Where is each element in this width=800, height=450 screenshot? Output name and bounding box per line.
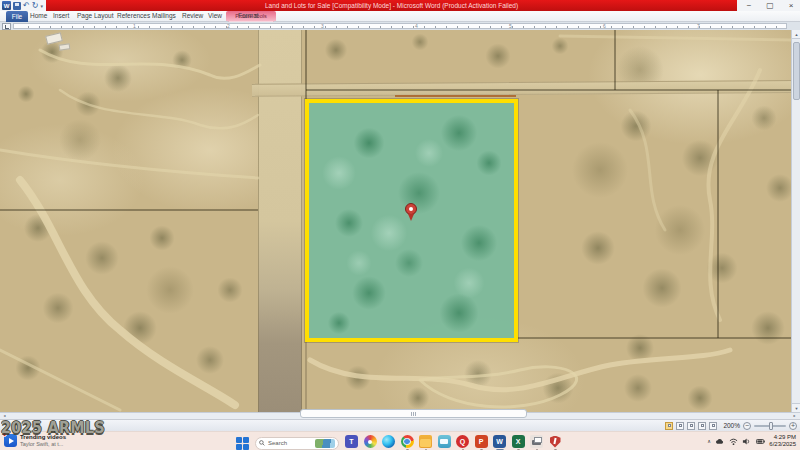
volume-icon[interactable] [742, 437, 751, 446]
window-title-strip: Land and Lots for Sale [Compatibility Mo… [46, 0, 737, 11]
windows-taskbar: Trending videos Taylor Swift, at t... Se… [0, 431, 800, 450]
clock-time: 4:29 PM [769, 434, 796, 441]
taskbar-item-excel[interactable]: X [512, 435, 525, 450]
word-logo-icon[interactable]: W [2, 1, 11, 10]
taskbar-item-quicken[interactable]: Q [456, 435, 469, 450]
ribbon-tab-row: Picture Tools File Home Insert Page Layo… [0, 11, 800, 22]
search-box[interactable]: Search [255, 437, 339, 450]
excel-icon: X [512, 435, 525, 448]
q-app-icon: Q [456, 435, 469, 448]
taskbar-item-teams[interactable]: T [345, 435, 358, 450]
taskbar-item-word[interactable]: W [493, 435, 506, 450]
vertical-scrollbar[interactable]: ▲ ▼ [791, 30, 800, 412]
taskbar-item-powerpoint[interactable]: P [475, 435, 488, 450]
web-layout-view-button[interactable] [687, 422, 695, 430]
search-highlight-image [315, 439, 335, 448]
scroll-down-icon[interactable]: ▼ [792, 403, 800, 412]
location-pin-icon [405, 203, 417, 215]
search-placeholder: Search [268, 440, 312, 446]
ruler-number: 5 [509, 23, 512, 29]
ruler-number: 3 [321, 23, 324, 29]
title-bar[interactable]: W ↶ ↻ ▾ Land and Lots for Sale [Compatib… [0, 0, 800, 11]
taskbar-item-printer[interactable] [530, 435, 543, 450]
tab-page-layout[interactable]: Page Layout [77, 12, 114, 19]
close-button[interactable]: × [785, 1, 797, 10]
clock-date: 6/23/2025 [769, 441, 796, 448]
taskbar-item-edge[interactable] [382, 435, 395, 450]
scroll-up-icon[interactable]: ▲ [792, 30, 800, 39]
onedrive-cloud-icon[interactable] [715, 437, 724, 446]
wifi-icon[interactable] [729, 437, 738, 446]
pinned-apps: T Q P W X [345, 435, 562, 450]
folder-icon [419, 435, 432, 448]
ruler-row: 1 2 3 4 5 6 7 [0, 22, 800, 30]
tab-format[interactable]: Format [238, 12, 259, 19]
fullscreen-view-button[interactable] [676, 422, 684, 430]
search-icon [259, 440, 265, 446]
horizontal-ruler[interactable] [13, 23, 787, 29]
word-icon: W [493, 435, 506, 448]
save-icon[interactable] [13, 2, 21, 10]
ruler-number: 7 [697, 23, 700, 29]
printer-icon [530, 435, 543, 448]
redo-icon[interactable]: ↻ [32, 2, 39, 10]
document-area: ▲ ▼ [0, 30, 800, 412]
minimize-button[interactable]: − [743, 1, 755, 10]
taskbar-item-chrome[interactable] [401, 435, 414, 450]
ruler-number: 1 [133, 23, 136, 29]
taskbar-item-mail[interactable] [438, 435, 451, 450]
zoom-slider-thumb[interactable] [769, 422, 773, 430]
tab-home[interactable]: Home [30, 12, 47, 19]
system-tray: ∧ 4:29 PM 6/23/2025 [707, 434, 796, 448]
photos-pinwheel-icon [364, 435, 377, 448]
zoom-in-button[interactable]: + [789, 422, 797, 430]
armls-watermark: 2025 ARMLS [1, 419, 105, 437]
tab-review[interactable]: Review [182, 12, 203, 19]
tab-view[interactable]: View [208, 12, 222, 19]
tab-file[interactable]: File [6, 11, 28, 22]
chrome-icon [401, 435, 414, 448]
tab-insert[interactable]: Insert [53, 12, 69, 19]
horizontal-scroll-thumb[interactable] [300, 409, 527, 418]
desktop-screenshot: W ↶ ↻ ▾ Land and Lots for Sale [Compatib… [0, 0, 800, 450]
hidden-icons-chevron[interactable]: ∧ [707, 438, 711, 444]
zoom-level[interactable]: 200% [723, 422, 740, 429]
draft-view-button[interactable] [709, 422, 717, 430]
outline-view-button[interactable] [698, 422, 706, 430]
ruler-number: 4 [415, 23, 418, 29]
taskbar-item-photos[interactable] [364, 435, 377, 450]
aerial-parcel-map-image[interactable] [0, 30, 791, 412]
window-title: Land and Lots for Sale [Compatibility Mo… [265, 2, 518, 9]
maximize-button[interactable]: ▢ [764, 1, 776, 10]
taskbar-clock[interactable]: 4:29 PM 6/23/2025 [769, 434, 796, 448]
edge-icon [382, 435, 395, 448]
ruler-number: 6 [603, 23, 606, 29]
undo-icon[interactable]: ↶ [23, 2, 30, 10]
zoom-out-button[interactable]: − [743, 422, 751, 430]
tab-mailings[interactable]: Mailings [152, 12, 176, 19]
battery-icon[interactable] [756, 437, 765, 446]
qat-customize-caret-icon[interactable]: ▾ [40, 2, 43, 10]
powerpoint-icon: P [475, 435, 488, 448]
ruler-number: 2 [227, 23, 230, 29]
print-layout-view-button[interactable] [665, 422, 673, 430]
quick-access-toolbar: W ↶ ↻ ▾ [2, 1, 43, 10]
widget-subtext: Taylor Swift, at t... [20, 441, 66, 447]
shield-icon [549, 435, 562, 448]
mail-icon [438, 435, 451, 448]
horizontal-scrollbar[interactable]: ◂ ▸ [0, 412, 800, 419]
taskbar-item-security[interactable] [549, 435, 562, 450]
word-status-bar: 200% − + [0, 419, 800, 431]
vertical-scroll-thumb[interactable] [793, 42, 800, 100]
tab-references[interactable]: References [117, 12, 150, 19]
tab-selector-icon[interactable] [2, 23, 11, 30]
start-button[interactable] [236, 437, 249, 450]
taskbar-item-file-explorer[interactable] [419, 435, 432, 450]
teams-icon: T [345, 435, 358, 448]
zoom-slider[interactable] [754, 425, 786, 427]
